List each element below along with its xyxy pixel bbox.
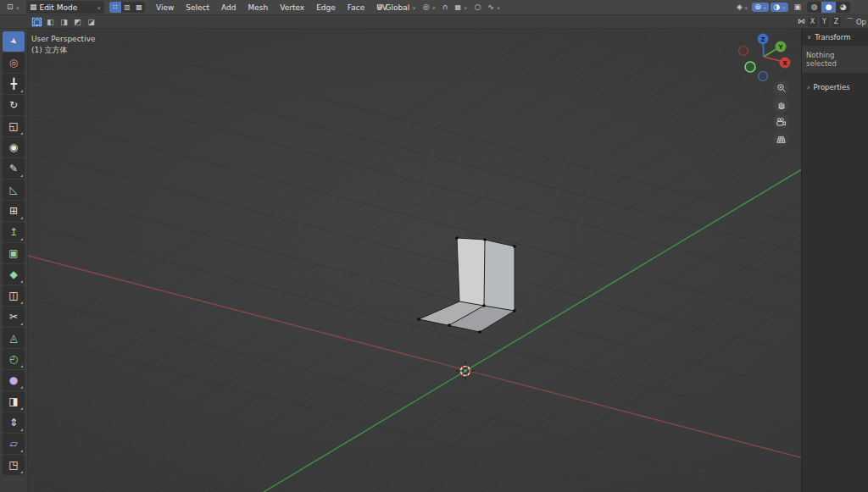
magnifier-icon bbox=[776, 83, 787, 93]
snap-settings-dropdown[interactable]: ▦ ∨ bbox=[452, 3, 471, 12]
snap-magnet-icon: ∪ bbox=[442, 3, 448, 11]
tool-poly-build[interactable]: ◬ bbox=[3, 328, 25, 348]
mesh-face-wall-left[interactable] bbox=[457, 238, 485, 306]
vertex-select-icon: ∷ bbox=[113, 3, 117, 11]
tool-add-cube[interactable]: ⊞ bbox=[3, 201, 25, 221]
rip-region-icon: ◳ bbox=[8, 460, 18, 470]
select-mode-intersect-button[interactable]: ◪ bbox=[86, 17, 97, 27]
move-icon: ╋ bbox=[10, 79, 16, 89]
menu-select[interactable]: Select bbox=[180, 3, 215, 12]
menu-mesh[interactable]: Mesh bbox=[242, 3, 275, 12]
shading-material-button[interactable]: ◕ bbox=[836, 2, 850, 13]
menu-view[interactable]: View bbox=[150, 3, 180, 12]
options-dropdown[interactable]: Op bbox=[856, 18, 866, 26]
zoom-button[interactable] bbox=[773, 80, 789, 96]
camera-view-button[interactable] bbox=[773, 113, 789, 130]
tool-rotate[interactable]: ↻ bbox=[3, 95, 25, 115]
scale-icon: ◱ bbox=[8, 121, 18, 131]
pivot-point-dropdown[interactable]: ◎ ∨ bbox=[420, 3, 439, 12]
transform-panel-header[interactable]: ∨ Transform bbox=[802, 28, 868, 46]
gizmo-negative-y-ball[interactable] bbox=[745, 62, 755, 72]
properties-panel-header[interactable]: › Properties bbox=[802, 78, 868, 96]
tool-shrink-fatten[interactable]: ⇕ bbox=[3, 412, 25, 433]
mode-dropdown[interactable]: ▦ Edit Mode ∨ bbox=[26, 1, 104, 14]
rotate-icon: ↻ bbox=[9, 100, 18, 110]
snap-target-icon: ▦ bbox=[455, 4, 462, 11]
proportional-falloff-dropdown[interactable]: ∿ ∨ bbox=[484, 3, 504, 12]
tool-extrude-region[interactable]: ↥ bbox=[3, 222, 25, 242]
show-overlays-toggle[interactable]: ⊚ ∨ bbox=[752, 3, 769, 12]
tool-select-box[interactable]: ➤ bbox=[3, 31, 25, 52]
tool-transform[interactable]: ◉ bbox=[3, 137, 25, 158]
tool-measure[interactable]: ◺ bbox=[3, 180, 25, 200]
mirror-z-toggle[interactable]: Z bbox=[832, 17, 841, 27]
tool-spin[interactable]: ◴ bbox=[3, 349, 25, 369]
show-gizmos-toggle[interactable]: ◈ ∨ bbox=[734, 3, 750, 12]
edge-select-mode-button[interactable]: ▥ bbox=[121, 2, 133, 13]
face-select-mode-button[interactable]: ▩ bbox=[133, 2, 145, 13]
camera-icon bbox=[776, 117, 787, 127]
gizmo-negative-x-ball[interactable] bbox=[739, 47, 748, 56]
tool-bevel[interactable]: ◆ bbox=[3, 264, 25, 285]
chevron-down-icon: ∨ bbox=[432, 5, 436, 10]
vertex-select-mode-button[interactable]: ∷ bbox=[109, 2, 121, 13]
mirror-x-toggle[interactable]: X bbox=[808, 17, 817, 27]
tool-smooth[interactable]: ● bbox=[3, 370, 25, 390]
tool-knife[interactable]: ✂ bbox=[3, 307, 25, 327]
tool-scale[interactable]: ◱ bbox=[3, 116, 25, 136]
face-select-icon: ▩ bbox=[136, 3, 142, 11]
snap-toggle[interactable]: ∪ bbox=[439, 3, 452, 12]
editor-type-button[interactable]: ⊡ ∨ bbox=[3, 3, 23, 12]
select-mode-new-button[interactable]: ▢ bbox=[31, 17, 42, 27]
viewport-canvas[interactable]: Z Y X bbox=[0, 28, 868, 492]
tool-inset-faces[interactable]: ▣ bbox=[3, 243, 25, 263]
poly-build-icon: ◬ bbox=[9, 333, 17, 343]
loop-cut-icon: ◫ bbox=[8, 290, 18, 301]
tool-cursor[interactable]: ◎ bbox=[3, 53, 25, 73]
tool-shear[interactable]: ▱ bbox=[3, 434, 25, 454]
menu-vertex[interactable]: Vertex bbox=[274, 3, 310, 12]
transform-settings-cluster: ⊕ Global ∨ ◎ ∨ ∪ ▦ ∨ ○ ∿ ∨ bbox=[373, 2, 504, 13]
tool-edge-slide[interactable]: ◨ bbox=[3, 391, 25, 412]
measure-icon: ◺ bbox=[9, 185, 17, 195]
mesh-select-mode-group: ∷ ▥ ▩ bbox=[109, 2, 145, 13]
render-pass-button[interactable]: ▣ bbox=[791, 3, 805, 12]
select-mode-subtract-button[interactable]: ◨ bbox=[58, 17, 70, 27]
shading-wireframe-button[interactable]: ◍ bbox=[807, 2, 821, 13]
menu-add[interactable]: Add bbox=[215, 3, 242, 12]
menu-face[interactable]: Face bbox=[342, 3, 370, 12]
select-mode-invert-button[interactable]: ◩ bbox=[72, 17, 83, 27]
select-mode-extend-button[interactable]: ◧ bbox=[45, 17, 56, 27]
add-cube-icon: ⊞ bbox=[9, 206, 18, 216]
mirror-y-toggle[interactable]: Y bbox=[820, 17, 829, 27]
annotate-icon: ✎ bbox=[9, 163, 18, 174]
chevron-down-icon: ∨ bbox=[464, 5, 467, 10]
shading-solid-button[interactable]: ● bbox=[821, 2, 836, 13]
extrude-icon: ↥ bbox=[9, 227, 18, 237]
tool-move[interactable]: ╋ bbox=[3, 74, 25, 94]
properties-panel-label: Properties bbox=[814, 83, 850, 91]
solid-shading-icon: ● bbox=[826, 3, 832, 11]
tool-loop-cut[interactable]: ◫ bbox=[3, 285, 25, 306]
perspective-toggle-button[interactable] bbox=[773, 131, 789, 147]
shear-icon: ▱ bbox=[9, 439, 17, 449]
edge-select-icon: ▥ bbox=[124, 3, 131, 11]
menu-bar: View Select Add Mesh Vertex Edge Face UV bbox=[150, 3, 393, 12]
tool-annotate[interactable]: ✎ bbox=[3, 158, 25, 179]
gizmo-negative-z-ball[interactable] bbox=[759, 72, 768, 81]
orientation-dropdown[interactable]: ⊕ Global ∨ bbox=[373, 3, 420, 13]
proportional-edit-toggle[interactable]: ○ bbox=[471, 3, 485, 12]
pan-button[interactable] bbox=[773, 97, 789, 113]
mesh-face-wall-right[interactable] bbox=[484, 240, 515, 311]
pivot-point-icon: ◎ bbox=[423, 3, 430, 11]
tool-rip-region[interactable]: ◳ bbox=[3, 455, 25, 475]
edit-mode-icon: ▦ bbox=[30, 3, 37, 11]
smooth-icon: ● bbox=[9, 375, 18, 385]
chevron-down-icon: ∨ bbox=[97, 5, 101, 10]
view-perspective-label: User Perspective bbox=[31, 34, 96, 45]
bevel-icon: ◆ bbox=[9, 269, 17, 279]
menu-edge[interactable]: Edge bbox=[310, 3, 342, 12]
gizmo-y-label: Y bbox=[777, 44, 783, 51]
chevron-down-icon: ∨ bbox=[412, 5, 415, 10]
xray-toggle[interactable]: ◑ ∨ bbox=[771, 3, 787, 12]
